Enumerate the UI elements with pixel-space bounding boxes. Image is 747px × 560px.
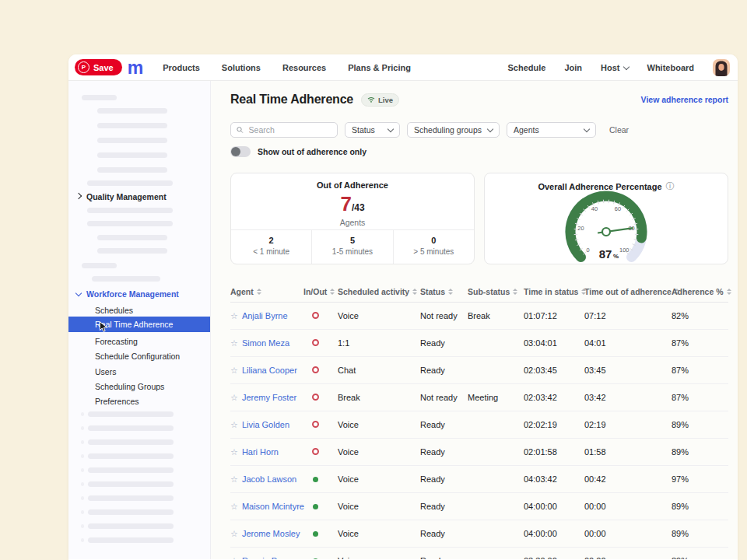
star-icon[interactable]: ☆ (230, 311, 238, 321)
agent-link[interactable]: Anjali Byrne (242, 311, 288, 320)
skeleton-bar (88, 453, 174, 459)
star-icon[interactable]: ☆ (230, 529, 238, 539)
sidebar-item-users[interactable]: Users (95, 365, 116, 379)
time-out-of-adherence-cell: 03:45 (584, 366, 672, 375)
table-row: ☆Maison Mcintyre Voice Ready 04:00:00 00… (230, 493, 728, 520)
nav-join[interactable]: Join (564, 63, 582, 72)
sort-icon (257, 289, 261, 295)
time-in-status-cell: 03:04:01 (524, 338, 584, 348)
sidebar-item-quality-management[interactable]: Quality Management (76, 191, 167, 203)
time-in-status-cell: 04:03:42 (524, 474, 584, 484)
star-icon[interactable]: ☆ (230, 502, 238, 512)
star-icon[interactable]: ☆ (230, 556, 238, 560)
nav-links: Products Solutions Resources Plans & Pri… (163, 63, 411, 72)
star-icon[interactable]: ☆ (230, 366, 238, 376)
out-of-adherence-toggle[interactable] (230, 146, 251, 157)
agent-link[interactable]: Hari Horn (242, 447, 279, 457)
star-icon[interactable]: ☆ (230, 474, 238, 485)
adherence-cell: 89% (672, 556, 728, 559)
status-cell: Ready (420, 529, 468, 538)
brand-logo[interactable]: m (128, 61, 142, 75)
col-header-status[interactable]: Status (420, 287, 468, 296)
col-header-adherence-pct[interactable]: Adherence % (672, 287, 728, 296)
sub-status-cell: Meeting (468, 393, 524, 402)
col-header-scheduled-activity[interactable]: Scheduled activity (338, 287, 420, 296)
sidebar-item-schedules[interactable]: Schedules (95, 303, 133, 317)
chevron-down-icon (487, 126, 493, 132)
sidebar-item-schedule-configuration[interactable]: Schedule Configuration (95, 349, 180, 363)
skeleton-bar (97, 248, 167, 254)
table-row: ☆Simon Meza 1:1 Ready 03:04:01 04:01 87% (230, 330, 728, 357)
status-dropdown[interactable]: Status (345, 122, 400, 138)
skeleton-bar (88, 495, 174, 501)
overall-adherence-card: Overall Adherence Percentage ⓘ 0 20 40 6… (484, 173, 728, 264)
sort-icon (330, 289, 335, 295)
inout-cell (303, 338, 338, 348)
star-icon[interactable]: ☆ (230, 447, 238, 457)
nav-resources[interactable]: Resources (282, 63, 326, 72)
nav-solutions[interactable]: Solutions (222, 63, 261, 72)
inout-status-dot (313, 477, 318, 482)
chevron-right-icon (75, 193, 82, 199)
view-adherence-report-link[interactable]: View adherence report (641, 95, 728, 104)
skeleton-bar (87, 180, 173, 186)
sort-icon (513, 289, 517, 295)
nav-products[interactable]: Products (163, 63, 200, 72)
status-cell: Ready (420, 338, 468, 348)
col-header-agent[interactable]: Agent (230, 287, 303, 296)
nav-host[interactable]: Host (601, 63, 628, 72)
time-in-status-cell: 04:00:00 (524, 529, 584, 538)
clear-filters-button[interactable]: Clear (609, 125, 629, 135)
chevron-down-icon (622, 63, 629, 69)
sub-status-cell: Break (468, 311, 524, 320)
skeleton-bar (88, 425, 174, 431)
inout-status-dot (312, 312, 319, 319)
agent-link[interactable]: Jacob Lawson (242, 474, 296, 484)
sidebar-item-forecasting[interactable]: Forecasting (95, 334, 138, 348)
scheduled-activity-cell: Voice (338, 311, 420, 320)
agent-cell: ☆Livia Golden (230, 420, 303, 430)
time-in-status-cell: 02:03:45 (524, 366, 584, 375)
search-field[interactable] (247, 124, 331, 135)
star-icon[interactable]: ☆ (230, 393, 238, 403)
nav-whiteboard[interactable]: Whiteboard (647, 63, 695, 72)
col-header-inout[interactable]: In/Out (303, 287, 338, 296)
search-input[interactable] (230, 122, 338, 138)
toggle-knob (231, 147, 240, 156)
status-cell: Not ready (420, 393, 468, 402)
agent-link[interactable]: Liliana Cooper (242, 366, 297, 375)
nav-plans-pricing[interactable]: Plans & Pricing (348, 63, 411, 72)
agents-dropdown[interactable]: Agents (507, 122, 596, 138)
col-header-time-in-status[interactable]: Time in status (524, 287, 584, 296)
sidebar-item-real-time-adherence[interactable]: Real Time Adherence (68, 317, 210, 332)
agent-link[interactable]: Livia Golden (242, 420, 289, 429)
main-content: Real Time Adherence Live View adherence … (211, 81, 738, 559)
sidebar-item-scheduling-groups[interactable]: Scheduling Groups (95, 380, 164, 394)
col-header-sub-status[interactable]: Sub-status (468, 287, 524, 296)
agent-cell: ☆Jeremy Foster (230, 393, 303, 403)
sidebar-item-preferences[interactable]: Preferences (95, 394, 139, 408)
pinterest-save-button[interactable]: P Save (75, 59, 122, 75)
scheduled-activity-cell: Voice (338, 420, 420, 429)
skeleton-bar (88, 411, 174, 417)
sort-icon (412, 289, 417, 295)
agent-link[interactable]: Jeremy Foster (242, 393, 296, 402)
time-in-status-cell: 03:30:00 (524, 556, 584, 559)
scheduling-groups-dropdown[interactable]: Scheduling groups (407, 122, 500, 138)
user-avatar[interactable] (713, 59, 730, 76)
mouse-cursor-icon (98, 321, 108, 333)
nav-schedule[interactable]: Schedule (508, 63, 546, 72)
agent-link[interactable]: Simon Meza (242, 338, 289, 348)
gauge-value: 87 (599, 247, 612, 261)
col-header-time-out-of-adherence[interactable]: Time out of adherence (584, 287, 672, 296)
agent-cell: ☆Jerome Mosley (230, 529, 303, 539)
time-out-of-adherence-cell: 01:58 (584, 447, 672, 457)
avatar-image (713, 59, 730, 76)
agent-link[interactable]: Jerome Mosley (242, 529, 300, 538)
star-icon[interactable]: ☆ (230, 420, 238, 430)
scheduled-activity-cell: Chat (338, 366, 420, 375)
agent-link[interactable]: Maison Mcintyre (242, 502, 304, 511)
star-icon[interactable]: ☆ (230, 338, 238, 348)
agent-link[interactable]: Reggie Pearson (242, 556, 303, 559)
sidebar-item-workforce-management[interactable]: Workforce Management (76, 288, 179, 300)
